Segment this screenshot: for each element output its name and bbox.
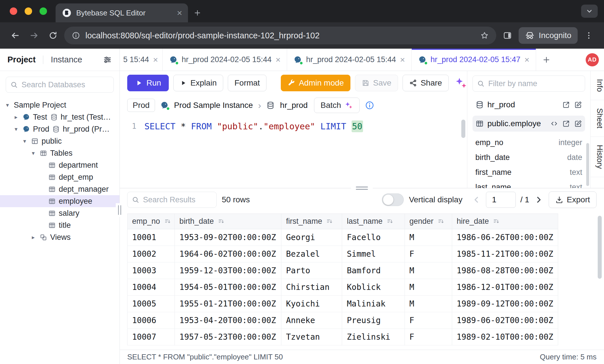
schema-column-last_name[interactable]: last_nametext [472, 180, 585, 188]
search-databases-input[interactable] [21, 80, 109, 89]
edit-icon[interactable] [574, 120, 582, 128]
column-header-emp_no[interactable]: emp_no [128, 214, 175, 229]
caret-right-icon[interactable]: ▸ [30, 234, 37, 241]
breadcrumb-database[interactable]: hr_prod [280, 101, 308, 110]
tab-project[interactable]: Project [7, 55, 36, 64]
query-tab[interactable]: hr_prod 2024-02-05 15:44× [163, 49, 287, 71]
tree-item-dept-emp[interactable]: dept_emp [0, 171, 119, 183]
tree-item-employee[interactable]: employee [0, 195, 119, 207]
editor-scrollbar[interactable] [461, 120, 465, 138]
run-button[interactable]: Run [127, 75, 169, 91]
tab-instance[interactable]: Instance [51, 55, 82, 64]
table-row[interactable]: 100011953-09-02T00:00:00ZGeorgiFacelloM1… [128, 229, 558, 246]
rail-tab-info[interactable]: Info [591, 71, 604, 100]
save-button[interactable]: Save [355, 75, 398, 91]
tree-item-prod[interactable]: ▾Prodhr_prod (Pr… [0, 123, 119, 135]
tree-item-department[interactable]: department [0, 159, 119, 171]
tree-item-sample-project[interactable]: ▾Sample Project [0, 99, 119, 111]
next-page-button[interactable] [534, 195, 544, 205]
bookmark-star-icon[interactable] [480, 31, 489, 40]
caret-down-icon[interactable]: ▾ [4, 102, 11, 108]
caret-down-icon[interactable]: ▾ [13, 126, 19, 132]
format-button[interactable]: Format [228, 75, 266, 91]
tab-close-icon[interactable]: × [400, 56, 405, 64]
rail-tab-sheet[interactable]: Sheet [591, 100, 604, 137]
schema-table-row[interactable]: public.employe [472, 116, 585, 132]
vertical-display-toggle[interactable] [382, 193, 404, 206]
new-tab-button[interactable] [188, 3, 207, 22]
column-header-last_name[interactable]: last_name [342, 214, 405, 229]
macos-zoom-button[interactable] [40, 7, 47, 15]
site-info-icon[interactable] [72, 31, 80, 40]
query-tab-active[interactable]: hr_prod 2024-02-05 15:47× [412, 49, 536, 71]
browser-menu-button[interactable] [581, 28, 597, 43]
tree-item-test[interactable]: ▸Testhr_test (Test… [0, 111, 119, 123]
avatar[interactable]: AD [586, 53, 599, 66]
sql-editor[interactable]: 1 SELECT * FROM "public"."employee" LIMI… [120, 116, 467, 188]
table-row[interactable]: 100021964-06-02T00:00:00ZBezalelSimmelF1… [128, 246, 558, 262]
splitter-handle[interactable] [351, 185, 373, 191]
new-query-tab-button[interactable] [536, 49, 557, 71]
schema-scrollbar[interactable] [586, 143, 589, 186]
schema-column-first_name[interactable]: first_nametext [472, 165, 585, 180]
batch-button[interactable]: Batch [314, 98, 360, 113]
query-tab[interactable]: 5 15:44× [120, 49, 163, 71]
tree-item-title[interactable]: title [0, 219, 119, 231]
admin-mode-button[interactable]: Admin mode [281, 75, 350, 91]
schema-database-row[interactable]: hr_prod [472, 97, 585, 113]
table-row[interactable]: 100041954-05-01T00:00:00ZChirstianKoblic… [128, 279, 558, 296]
column-header-hire_date[interactable]: hire_date [452, 214, 558, 229]
tab-close-icon[interactable]: × [153, 56, 158, 64]
query-tab[interactable]: hr_prod 2024-02-05 15:44× [287, 49, 411, 71]
share-button[interactable]: Share [403, 75, 449, 91]
environment-badge[interactable]: Prod [127, 99, 155, 112]
export-button[interactable]: Export [549, 191, 597, 208]
page-number-input[interactable] [486, 192, 516, 208]
sidebar-resize-handle[interactable] [116, 203, 123, 217]
table-row[interactable]: 100071957-05-23T00:00:00ZTzvetanZielinsk… [128, 329, 558, 345]
schema-column-birth_date[interactable]: birth_datedate [472, 150, 585, 165]
column-header-birth_date[interactable]: birth_date [175, 214, 281, 229]
tree-item-dept-manager[interactable]: dept_manager [0, 183, 119, 195]
tab-search-button[interactable] [581, 5, 598, 18]
column-header-gender[interactable]: gender [405, 214, 452, 229]
tree-item-public[interactable]: ▾public [0, 135, 119, 147]
results-scrollbar[interactable] [598, 216, 602, 279]
column-header-first_name[interactable]: first_name [281, 214, 342, 229]
table-row[interactable]: 100051955-01-21T00:00:00ZKyoichiMaliniak… [128, 296, 558, 312]
code-icon[interactable] [550, 120, 558, 128]
table-row[interactable]: 100061953-04-20T00:00:00ZAnnekePreusigF1… [128, 312, 558, 329]
external-link-icon[interactable] [562, 120, 570, 128]
browser-tab[interactable]: Bytebase SQL Editor × [56, 3, 188, 22]
prev-page-button[interactable] [472, 195, 481, 205]
tree-settings-button[interactable] [103, 55, 112, 64]
search-results-input[interactable] [143, 195, 212, 204]
connection-info-button[interactable] [365, 100, 374, 110]
plus-icon [193, 9, 201, 17]
schema-column-emp_no[interactable]: emp_nointeger [472, 135, 585, 150]
table-row[interactable]: 100031959-12-03T00:00:00ZPartoBamfordM19… [128, 262, 558, 279]
breadcrumb-instance[interactable]: Prod Sample Instance [174, 101, 253, 110]
rail-tab-history[interactable]: History [591, 137, 604, 177]
caret-down-icon[interactable]: ▾ [21, 138, 28, 145]
caret-right-icon[interactable]: ▸ [13, 114, 19, 120]
side-panel-button[interactable] [500, 28, 515, 43]
tab-close-icon[interactable]: × [276, 56, 281, 64]
back-button[interactable] [7, 28, 23, 43]
address-bar[interactable]: localhost:8080/sql-editor/prod-sample-in… [64, 27, 496, 44]
forward-button[interactable] [26, 28, 42, 43]
tree-item-views[interactable]: ▸Views [0, 231, 119, 243]
filter-by-name-input[interactable] [488, 79, 581, 88]
tab-close-icon[interactable]: × [524, 56, 530, 64]
ai-assistant-button[interactable] [454, 76, 467, 90]
tree-item-salary[interactable]: salary [0, 207, 119, 219]
reload-button[interactable] [45, 28, 61, 43]
tab-close-icon[interactable]: × [177, 8, 182, 17]
macos-close-button[interactable] [10, 7, 17, 15]
macos-minimize-button[interactable] [25, 7, 32, 15]
edit-icon[interactable] [574, 101, 582, 109]
explain-button[interactable]: Explain [173, 75, 223, 91]
caret-down-icon[interactable]: ▾ [30, 150, 37, 157]
external-link-icon[interactable] [562, 101, 570, 109]
tree-item-tables[interactable]: ▾Tables [0, 147, 119, 159]
